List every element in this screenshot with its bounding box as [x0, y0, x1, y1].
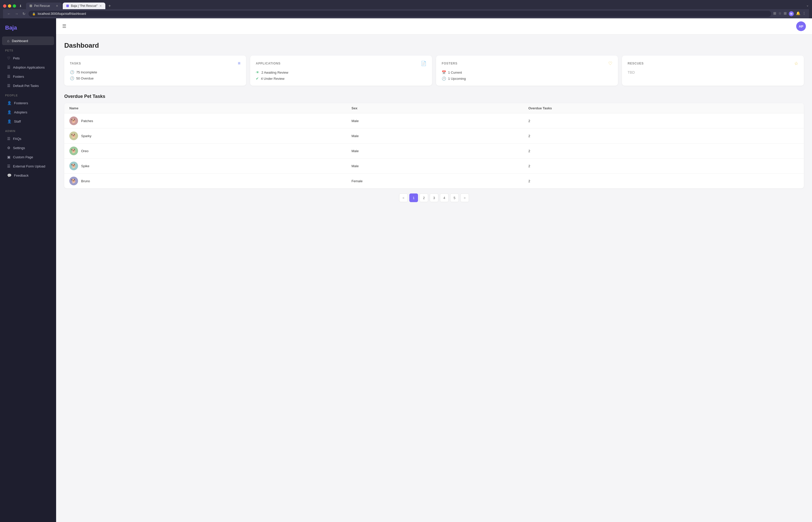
page-next-button[interactable]: > — [460, 194, 469, 202]
pet-overdue-cell: 2 — [523, 128, 804, 143]
tab-pet-rescue[interactable]: Pet Rescue ✕ — [26, 3, 62, 9]
tab-label-active: Baja | "Pet Rescue" — [71, 4, 97, 8]
rescues-card: RESCUES ☆ TBD — [622, 56, 804, 86]
page-prev-button[interactable]: < — [399, 194, 408, 202]
menu-icon[interactable]: ⋮ — [802, 11, 806, 16]
clock-icon-upcoming: 🕐 — [442, 77, 446, 81]
overdue-table: Name Sex Overdue Tasks 🐕 Patches Male2 🐕… — [64, 103, 804, 188]
applications-card-title: APPLICATIONS — [256, 62, 281, 65]
page-1-button[interactable]: 1 — [409, 194, 418, 202]
forward-button[interactable]: → — [14, 11, 19, 16]
page-2-button[interactable]: 2 — [420, 194, 428, 202]
tab-close-active-button[interactable]: ✕ — [99, 4, 102, 8]
notification-icon[interactable]: 🔔 — [796, 11, 800, 16]
pet-name: Spike — [81, 164, 90, 168]
hamburger-menu-button[interactable]: ☰ — [62, 23, 66, 29]
pet-overdue-cell: 2 — [523, 174, 804, 188]
apps-icon[interactable]: ⊞ — [784, 11, 787, 16]
tasks-overdue-row: 🕐 50 Overdue — [70, 76, 240, 80]
main-content: ☰ AP Dashboard TASKS ≡ 🕐 75 Incomplete — [56, 18, 812, 522]
back-button[interactable]: ← — [6, 11, 12, 16]
pagination: < 1 2 3 4 5 > — [64, 188, 804, 207]
pet-sex-cell: Male — [346, 159, 523, 174]
table-row[interactable]: 🐕 Oreo Male2 — [64, 143, 804, 159]
traffic-light-green[interactable] — [13, 4, 16, 8]
extensions-icon[interactable]: ⊞ — [773, 11, 776, 16]
sidebar-item-adopters[interactable]: 👤 Adopters — [2, 108, 54, 117]
page-title: Dashboard — [64, 42, 804, 49]
sidebar-item-fosterers[interactable]: 👤 Fosterers — [2, 99, 54, 107]
sidebar-item-staff[interactable]: 👤 Staff — [2, 117, 54, 126]
sidebar-item-settings[interactable]: ⚙ Settings — [2, 143, 54, 152]
sidebar-item-external-form-upload[interactable]: ☰ External Form Upload — [2, 162, 54, 170]
tasks-card-title: TASKS — [70, 62, 81, 65]
sidebar-adopters-label: Adopters — [14, 111, 27, 114]
pet-avatar: 🐕 — [70, 146, 78, 155]
top-bar: ☰ AP — [56, 18, 812, 35]
sidebar-adoption-label: Adoption Applications — [13, 65, 45, 69]
page-5-button[interactable]: 5 — [450, 194, 459, 202]
calendar-icon: 📅 — [442, 71, 446, 75]
sidebar-section-admin: ADMIN — [0, 126, 56, 134]
sidebar-item-default-pet-tasks[interactable]: ☰ Default Pet Tasks — [2, 81, 54, 90]
clock-icon-overdue: 🕐 — [70, 76, 74, 80]
sidebar-item-fosters[interactable]: ☰ Fosters — [2, 72, 54, 81]
adopters-icon: 👤 — [7, 110, 12, 114]
download-icon[interactable]: ⬇ — [19, 4, 22, 8]
sidebar-fosterers-label: Fosterers — [14, 101, 28, 105]
url-text: localhost:3000/baja/staff/dashboard — [38, 12, 86, 16]
pet-overdue-cell: 2 — [523, 159, 804, 174]
lock-icon: 🔒 — [32, 12, 36, 16]
faqs-icon: ☰ — [7, 137, 11, 141]
fosters-upcoming-text: 1 Upcoming — [448, 77, 466, 81]
sidebar-logo: Baja — [0, 22, 56, 36]
sidebar-item-adoption-applications[interactable]: ☰ Adoption Applications — [2, 63, 54, 72]
sidebar-fosters-label: Fosters — [13, 75, 24, 79]
page-4-button[interactable]: 4 — [440, 194, 449, 202]
tasks-card-icon: ≡ — [238, 61, 240, 66]
pet-row: 🐕 Bruno — [70, 177, 341, 185]
pet-avatar: 🐕 — [70, 177, 78, 185]
sidebar-settings-label: Settings — [13, 146, 25, 150]
traffic-light-red[interactable] — [3, 4, 6, 8]
applications-awaiting-text: 2 Awaiting Review — [262, 71, 288, 75]
reload-button[interactable]: ↻ — [21, 11, 26, 16]
page-3-button[interactable]: 3 — [430, 194, 438, 202]
sidebar-staff-label: Staff — [14, 120, 21, 123]
address-bar[interactable]: 🔒 localhost:3000/baja/staff/dashboard — [28, 11, 771, 17]
custom-page-icon: ▣ — [7, 155, 11, 159]
pet-name-cell: 🐕 Patches — [64, 114, 346, 128]
sidebar-item-dashboard[interactable]: ⌂ Dashboard — [2, 37, 54, 45]
pet-avatar: 🐕 — [70, 117, 78, 125]
eye-icon: 👁 — [256, 71, 259, 75]
fosters-card-title: FOSTERS — [442, 62, 458, 65]
heart-icon: ♡ — [7, 56, 11, 60]
star-icon[interactable]: ☆ — [778, 11, 782, 16]
table-row[interactable]: 🐕 Sparky Male2 — [64, 128, 804, 143]
user-profile-icon[interactable]: M — [789, 11, 794, 16]
sidebar-upload-label: External Form Upload — [13, 164, 45, 168]
pet-name-cell: 🐕 Oreo — [64, 143, 346, 159]
sidebar-item-faqs[interactable]: ☰ FAQs — [2, 134, 54, 143]
table-row[interactable]: 🐕 Bruno Female2 — [64, 174, 804, 188]
traffic-light-yellow[interactable] — [8, 4, 11, 8]
tab-close-button[interactable]: ✕ — [56, 4, 58, 8]
sidebar-item-pets[interactable]: ♡ Pets — [2, 54, 54, 62]
browser-more-button[interactable]: ⌄ — [806, 3, 809, 7]
tab-baja[interactable]: Baja | "Pet Rescue" ✕ — [63, 3, 105, 9]
user-avatar[interactable]: AP — [796, 21, 806, 31]
sidebar-item-feedback[interactable]: 💬 Feedback — [2, 171, 54, 180]
new-tab-button[interactable]: + — [107, 3, 113, 9]
pet-name-cell: 🐕 Bruno — [64, 174, 346, 188]
table-row[interactable]: 🐕 Patches Male2 — [64, 114, 804, 128]
table-row[interactable]: 🐕 Spike Male2 — [64, 159, 804, 174]
sidebar-custom-label: Custom Page — [13, 155, 33, 159]
pet-name: Patches — [81, 119, 93, 123]
pet-row: 🐕 Oreo — [70, 146, 341, 155]
fosters-upcoming-row: 🕐 1 Upcoming — [442, 77, 612, 81]
sidebar-section-people: PEOPLE — [0, 90, 56, 98]
pet-row: 🐕 Patches — [70, 117, 341, 125]
sidebar: Baja ⌂ Dashboard PETS ♡ Pets ☰ Adoption … — [0, 18, 56, 522]
sidebar-item-custom-page[interactable]: ▣ Custom Page — [2, 153, 54, 161]
tasks-incomplete-row: 🕐 75 Incomplete — [70, 70, 240, 74]
